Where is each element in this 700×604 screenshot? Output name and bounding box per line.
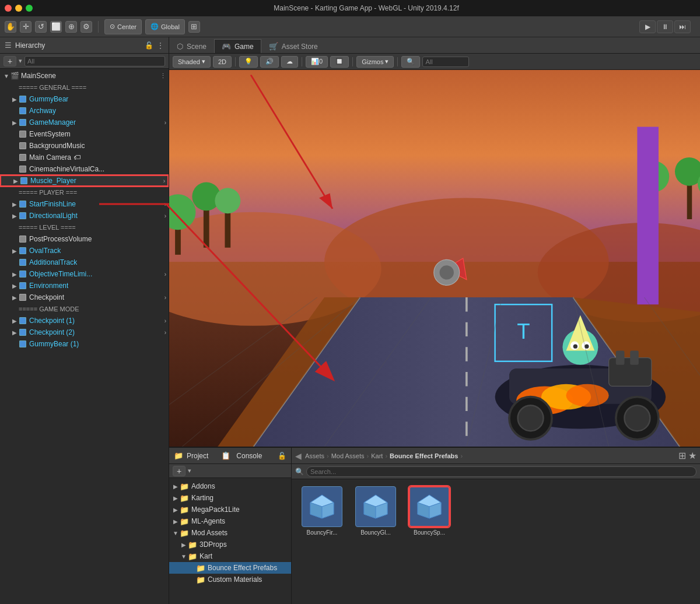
rotate-tool[interactable]: ↺ (35, 21, 47, 33)
tree-item-checkpoint[interactable]: ▶ Checkpoint › (0, 292, 169, 303)
filter-icon[interactable]: ⊞ (678, 450, 686, 461)
label-bounce-prefabs: Bounce Effect Prefabs (208, 564, 277, 572)
label-objectivetime: ObjectiveTimeLimi... (29, 270, 92, 278)
stats-btn[interactable]: 📊0 (306, 56, 328, 68)
cube-icon-checkpoint (19, 293, 27, 301)
tree-item-gummybear1[interactable]: GummyBear (1) (0, 338, 169, 350)
proj-item-modassets[interactable]: ▼ 📁 Mod Assets (169, 527, 291, 539)
shading-dropdown[interactable]: Shaded ▾ (173, 56, 211, 68)
asset-icon-bouncyfir[interactable] (302, 486, 342, 527)
proj-item-mlagents[interactable]: ▶ 📁 ML-Agents (169, 515, 291, 527)
tree-item-cinemachine[interactable]: CinemachineVirtualCa... (0, 163, 169, 175)
asset-item-bouncyfir[interactable]: BouncyFir... (299, 486, 345, 536)
global-button[interactable]: 🌐 Global (145, 19, 185, 34)
proj-add-arrow[interactable]: ▾ (188, 467, 191, 475)
asset-label-bouncyfir: BouncyFir... (307, 529, 338, 536)
tree-item-mainscene[interactable]: ▼ 🎬 MainScene ⋮ (0, 70, 169, 82)
tree-item-archway[interactable]: Archway (0, 105, 169, 117)
hand-tool[interactable]: ✋ (5, 21, 16, 33)
window-controls[interactable] (5, 5, 33, 12)
viewport-search-input[interactable] (422, 57, 469, 67)
search-dropdown[interactable]: ▾ (19, 57, 22, 65)
play-button[interactable]: ▶ (639, 20, 656, 33)
breadcrumb-bounce[interactable]: Bounce Effect Prefabs (390, 452, 458, 459)
breadcrumb-assets[interactable]: Assets (305, 452, 324, 459)
hierarchy-search-input[interactable] (24, 56, 165, 66)
pause-button[interactable]: ⏸ (657, 20, 673, 33)
tree-item-environment[interactable]: ▶ Environment (0, 280, 169, 292)
close-btn[interactable] (5, 5, 12, 12)
proj-item-bounce-prefabs[interactable]: 📁 Bounce Effect Prefabs (169, 562, 291, 574)
transform-tool[interactable]: ⚙ (80, 21, 92, 33)
hierarchy-list[interactable]: ▼ 🎬 MainScene ⋮ ===== GENERAL ==== ▶ Gum… (0, 69, 169, 604)
tree-item-muscle-player[interactable]: ▶ Muscle_Player › (0, 175, 169, 187)
gizmos-btn[interactable]: Gizmos ▾ (356, 56, 394, 68)
tree-item-objectivetime[interactable]: ▶ ObjectiveTimeLimi... › (0, 268, 169, 280)
proj-item-kart[interactable]: ▼ 📁 Kart (169, 550, 291, 562)
grid-button[interactable]: ⊞ (188, 21, 200, 33)
audio-btn[interactable]: 🔊 (260, 56, 279, 68)
2d-button[interactable]: 2D (213, 56, 232, 68)
add-project-btn[interactable]: + (173, 466, 186, 476)
proj-item-megapack[interactable]: ▶ 📁 MegaPack1Lite (169, 504, 291, 515)
proj-item-3dprops[interactable]: ▶ 📁 3DProps (169, 539, 291, 550)
sep2: › (367, 452, 369, 459)
label-ovaltrack: OvalTrack (29, 247, 61, 255)
asset-item-bouncysp[interactable]: BouncySp... (406, 486, 453, 536)
search-btn[interactable]: 🔍 (401, 56, 420, 68)
more-icon[interactable]: ⋮ (157, 41, 164, 50)
tab-game[interactable]: 🎮 Game (214, 39, 261, 53)
tree-item-checkpoint2[interactable]: ▶ Checkpoint (2) › (0, 326, 169, 338)
tree-item-bgmusic[interactable]: BackgroundMusic (0, 140, 169, 152)
label-gummybear1: GummyBear (1) (29, 340, 79, 348)
proj-item-addons[interactable]: ▶ 📁 Addons (169, 480, 291, 492)
maximize-btn[interactable] (26, 5, 33, 12)
asset-icon-bouncysp[interactable] (409, 486, 450, 527)
project-left-panel[interactable]: ▶ 📁 Addons ▶ 📁 Karting ▶ 📁 MegaPack (169, 478, 292, 604)
tree-item-maincamera[interactable]: Main Camera 🏷 (0, 152, 169, 163)
proj-item-karting[interactable]: ▶ 📁 Karting (169, 492, 291, 504)
cube-icon-eventsystem (19, 130, 27, 138)
add-hierarchy-button[interactable]: + (4, 56, 16, 66)
lock-icon[interactable]: 🔓 (145, 41, 153, 50)
move-tool[interactable]: ✛ (20, 21, 32, 33)
minimize-btn[interactable] (15, 5, 22, 12)
tab-assetstore[interactable]: 🛒 Asset Store (261, 39, 326, 53)
favorite-icon[interactable]: ★ (688, 450, 696, 461)
main-layout: ☰ Hierarchy 🔓 ⋮ + ▾ ▼ 🎬 MainScene ⋮ = (0, 37, 700, 604)
tree-item-addtrack[interactable]: AdditionalTrack (0, 257, 169, 268)
project-search-input[interactable] (306, 466, 696, 477)
effects-btn[interactable]: ☁ (281, 56, 298, 68)
tree-item-gamemanager[interactable]: ▶ GameManager › (0, 117, 169, 128)
tab-scene[interactable]: ⬡ Scene (169, 39, 214, 53)
label-maincamera: Main Camera (29, 153, 71, 161)
label-startfinish: StartFinishLine (29, 200, 76, 208)
tree-item-checkpoint1[interactable]: ▶ Checkpoint (1) › (0, 315, 169, 326)
label-gamemode-sep: ===== GAME MODE (19, 305, 79, 312)
lighting-btn[interactable]: 💡 (239, 56, 258, 68)
tree-item-gummybear[interactable]: ▶ GummyBear (0, 93, 169, 105)
tree-item-ovaltrack[interactable]: ▶ OvalTrack (0, 245, 169, 257)
breadcrumb-modassets[interactable]: Mod Assets (331, 452, 365, 459)
tree-item-startfinish[interactable]: ▶ StartFinishLine › (0, 198, 169, 210)
sep1: › (327, 452, 329, 459)
layers-btn[interactable]: 🔲 (330, 56, 349, 68)
svg-point-10 (215, 188, 240, 213)
breadcrumb-kart[interactable]: Kart (371, 452, 383, 459)
tree-item-dirlight[interactable]: ▶ DirectionalLight › (0, 210, 169, 222)
tree-item-eventsystem[interactable]: EventSystem (0, 128, 169, 140)
label-environment: Environment (29, 282, 68, 290)
asset-icon-bouncygl[interactable] (355, 486, 396, 527)
center-button[interactable]: ⊙ Center (104, 19, 142, 34)
scale-tool[interactable]: ⬜ (50, 21, 62, 33)
mainscene-menu[interactable]: ⋮ (160, 72, 166, 80)
hierarchy-icons: 🔓 ⋮ (145, 41, 164, 50)
lock-icon-proj[interactable]: 🔓 (278, 452, 286, 460)
step-button[interactable]: ⏭ (674, 20, 691, 33)
proj-item-custom-mat[interactable]: 📁 Custom Materials (169, 574, 291, 585)
asset-item-bouncygl[interactable]: BouncyGl... (352, 486, 399, 536)
tree-item-postprocess[interactable]: PostProcessVolume (0, 233, 169, 245)
rect-tool[interactable]: ⊕ (65, 21, 77, 33)
collapse-btn[interactable]: ◀ (295, 451, 302, 461)
label-gamemanager: GameManager (29, 118, 76, 127)
